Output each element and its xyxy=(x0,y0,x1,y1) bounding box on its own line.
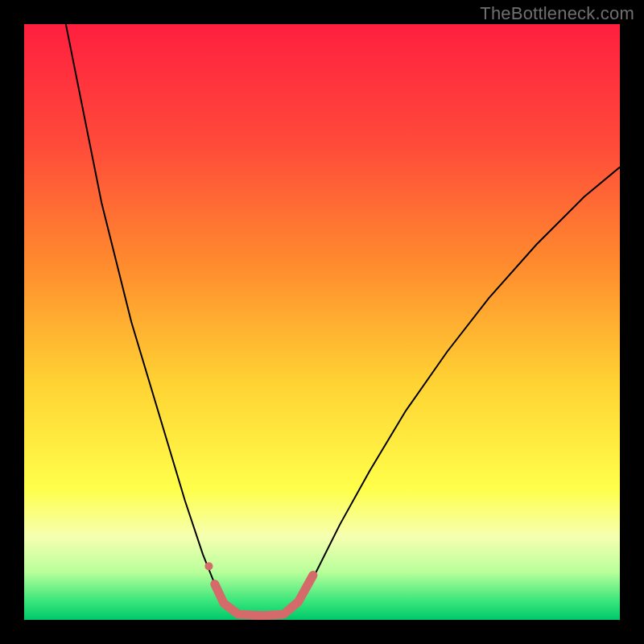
plot-area xyxy=(24,24,620,620)
marker-layer xyxy=(204,562,213,570)
marker-valley-dot xyxy=(204,562,213,570)
gradient-background xyxy=(24,24,620,620)
chart-frame: TheBottleneck.com xyxy=(0,0,644,644)
chart-svg xyxy=(24,24,620,620)
watermark-text: TheBottleneck.com xyxy=(480,3,634,24)
